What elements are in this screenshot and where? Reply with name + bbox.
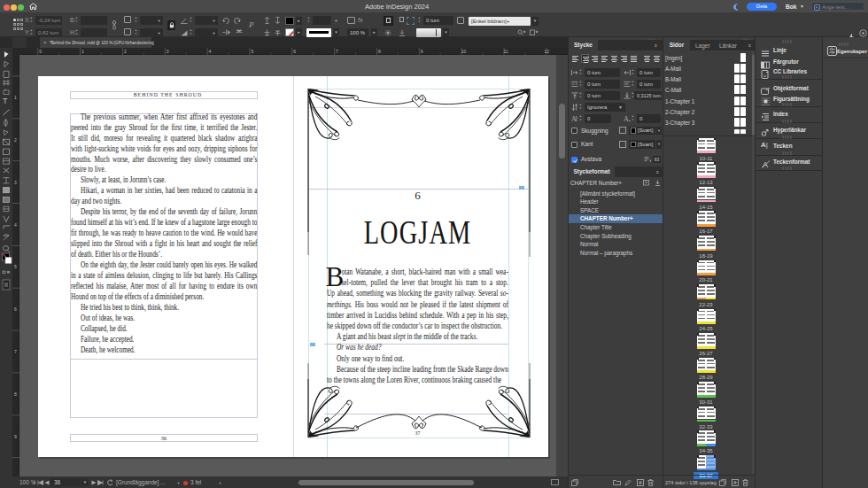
svg-text:6: 6	[14, 306, 17, 312]
svg-text:A: A	[624, 115, 629, 122]
svg-text:9: 9	[14, 434, 17, 439]
svg-text:1: 1	[14, 95, 17, 100]
svg-text:7: 7	[336, 49, 338, 54]
svg-text:3: 3	[14, 180, 17, 185]
svg-text:7: 7	[14, 349, 17, 354]
svg-text:10: 10	[461, 49, 467, 54]
svg-text:A: A	[571, 115, 577, 122]
svg-text:T: T	[3, 97, 8, 105]
svg-text:3: 3	[167, 49, 169, 54]
svg-text:12: 12	[544, 49, 549, 54]
svg-text:8: 8	[14, 391, 17, 397]
svg-text:9: 9	[421, 49, 423, 54]
svg-text:4: 4	[14, 222, 17, 228]
svg-text:2: 2	[124, 49, 127, 54]
svg-text:11: 11	[504, 49, 508, 54]
svg-text:2: 2	[14, 137, 17, 143]
svg-text:5: 5	[251, 49, 253, 54]
svg-text:8: 8	[378, 49, 381, 54]
svg-text:1: 1	[81, 49, 84, 54]
svg-text:5: 5	[14, 264, 17, 269]
svg-text:4: 4	[209, 49, 212, 54]
svg-text:0: 0	[39, 49, 42, 54]
svg-text:6: 6	[293, 49, 296, 54]
